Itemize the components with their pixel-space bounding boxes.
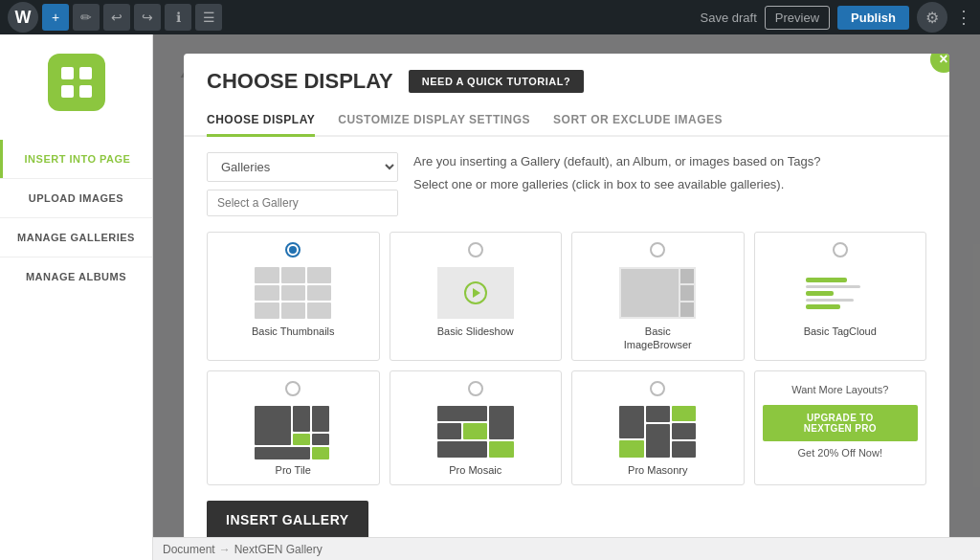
undo-button[interactable]: ↩ bbox=[103, 4, 130, 31]
thumb-basic-slideshow bbox=[398, 265, 554, 319]
thumb-basic-thumbnails bbox=[215, 265, 371, 319]
sidebar-item-insert[interactable]: INSERT INTO PAGE bbox=[0, 140, 152, 178]
radio-pro-tile bbox=[285, 381, 301, 396]
choose-display-modal: × CHOOSE DISPLAY NEED A QUICK TUTORIAL? … bbox=[184, 54, 949, 554]
radio-basic-tagcloud bbox=[833, 242, 848, 258]
tab-customize-display[interactable]: CUSTOMIZE DISPLAY SETTINGS bbox=[338, 105, 530, 137]
gallery-type-select[interactable]: Galleries bbox=[207, 152, 398, 182]
label-pro-masonry: Pro Masonry bbox=[580, 463, 736, 477]
edit-button[interactable]: ✏ bbox=[73, 4, 100, 31]
display-item-basic-slideshow[interactable]: Basic Slideshow bbox=[390, 232, 563, 361]
list-view-button[interactable]: ☰ bbox=[195, 4, 222, 31]
svg-rect-0 bbox=[61, 67, 74, 79]
modal-header: CHOOSE DISPLAY NEED A QUICK TUTORIAL? bbox=[184, 54, 949, 94]
insert-gallery-button[interactable]: INSERT GALLERY bbox=[207, 501, 368, 539]
svg-rect-1 bbox=[79, 67, 92, 79]
thumb-basic-imagebrowser bbox=[580, 265, 736, 319]
bottom-bar: Document → NextGEN Gallery bbox=[153, 537, 980, 560]
label-pro-tile: Pro Tile bbox=[215, 463, 371, 477]
upgrade-button[interactable]: UPGRADE TONEXTGEN PRO bbox=[763, 405, 919, 441]
main-content: A × CHOOSE DISPLAY NEED A QUICK TUTORIAL… bbox=[153, 34, 980, 560]
sidebar-nav: INSERT INTO PAGE UPLOAD IMAGES MANAGE GA… bbox=[0, 140, 152, 296]
sidebar-item-upload[interactable]: UPLOAD IMAGES bbox=[0, 178, 152, 217]
toolbar: W + ✏ ↩ ↪ ℹ ☰ Save draft Preview Publish… bbox=[0, 0, 980, 34]
info-button[interactable]: ℹ bbox=[165, 4, 191, 31]
label-basic-slideshow: Basic Slideshow bbox=[398, 325, 554, 338]
tutorial-button[interactable]: NEED A QUICK TUTORIAL? bbox=[409, 70, 584, 93]
editor-area: INSERT INTO PAGE UPLOAD IMAGES MANAGE GA… bbox=[0, 34, 980, 560]
modal-overlay: × CHOOSE DISPLAY NEED A QUICK TUTORIAL? … bbox=[153, 34, 980, 560]
display-item-pro-mosaic[interactable]: Pro Mosaic bbox=[390, 370, 563, 485]
radio-pro-masonry bbox=[650, 381, 665, 396]
svg-rect-3 bbox=[79, 85, 92, 98]
left-sidebar: INSERT INTO PAGE UPLOAD IMAGES MANAGE GA… bbox=[0, 34, 153, 560]
gallery-selector-row: Galleries Are you inserting a Gallery (d… bbox=[207, 152, 926, 216]
display-item-pro-masonry[interactable]: Pro Masonry bbox=[571, 370, 745, 485]
settings-button[interactable]: ⚙ bbox=[917, 2, 947, 33]
more-options[interactable]: ⋮ bbox=[955, 7, 972, 28]
display-grid: Basic Thumbnails bbox=[207, 232, 926, 485]
save-draft-button[interactable]: Save draft bbox=[701, 11, 757, 25]
preview-button[interactable]: Preview bbox=[765, 6, 830, 30]
tab-choose-display[interactable]: CHOOSE DISPLAY bbox=[207, 105, 315, 137]
modal-tabs: CHOOSE DISPLAY CUSTOMIZE DISPLAY SETTING… bbox=[184, 105, 949, 137]
display-item-basic-imagebrowser[interactable]: BasicImageBrowser bbox=[571, 232, 745, 361]
modal-title: CHOOSE DISPLAY bbox=[207, 69, 393, 94]
tab-sort-exclude[interactable]: SORT OR EXCLUDE IMAGES bbox=[553, 105, 723, 137]
upgrade-box: Want More Layouts? UPGRADE TONEXTGEN PRO… bbox=[754, 370, 927, 485]
add-block-button[interactable]: + bbox=[42, 4, 69, 31]
thumb-pro-masonry bbox=[580, 404, 736, 458]
radio-basic-slideshow bbox=[468, 242, 483, 258]
breadcrumb-arrow: → bbox=[219, 543, 231, 556]
display-item-basic-thumbnails[interactable]: Basic Thumbnails bbox=[207, 232, 380, 361]
redo-button[interactable]: ↪ bbox=[134, 4, 161, 31]
plugin-logo bbox=[48, 54, 105, 111]
thumb-pro-tile bbox=[215, 404, 371, 458]
breadcrumb-doc: Document bbox=[163, 543, 215, 556]
radio-basic-thumbnails bbox=[285, 242, 301, 258]
label-basic-imagebrowser: BasicImageBrowser bbox=[580, 325, 736, 352]
radio-basic-imagebrowser bbox=[650, 242, 665, 258]
wp-logo[interactable]: W bbox=[8, 2, 38, 33]
label-pro-mosaic: Pro Mosaic bbox=[398, 463, 554, 477]
gallery-inputs: Galleries bbox=[207, 152, 398, 216]
display-item-basic-tagcloud[interactable]: Basic TagCloud bbox=[754, 232, 927, 361]
play-icon bbox=[464, 281, 487, 304]
display-item-pro-tile[interactable]: Pro Tile bbox=[207, 370, 380, 485]
upgrade-text: Want More Layouts? bbox=[763, 383, 919, 397]
modal-body: Galleries Are you inserting a Gallery (d… bbox=[184, 137, 949, 554]
thumb-basic-tagcloud bbox=[763, 265, 919, 319]
sidebar-item-galleries[interactable]: MANAGE GALLERIES bbox=[0, 217, 152, 257]
label-basic-thumbnails: Basic Thumbnails bbox=[215, 325, 371, 338]
gallery-description: Are you inserting a Gallery (default), a… bbox=[413, 152, 926, 197]
svg-rect-2 bbox=[61, 85, 74, 98]
upgrade-discount: Get 20% Off Now! bbox=[763, 447, 919, 459]
publish-button[interactable]: Publish bbox=[837, 6, 909, 30]
gallery-search-input[interactable] bbox=[207, 190, 398, 216]
radio-pro-mosaic bbox=[468, 381, 483, 396]
label-basic-tagcloud: Basic TagCloud bbox=[763, 325, 919, 338]
breadcrumb-plugin: NextGEN Gallery bbox=[234, 543, 323, 556]
thumb-pro-mosaic bbox=[398, 404, 554, 458]
sidebar-item-albums[interactable]: MANAGE ALBUMS bbox=[0, 257, 152, 296]
